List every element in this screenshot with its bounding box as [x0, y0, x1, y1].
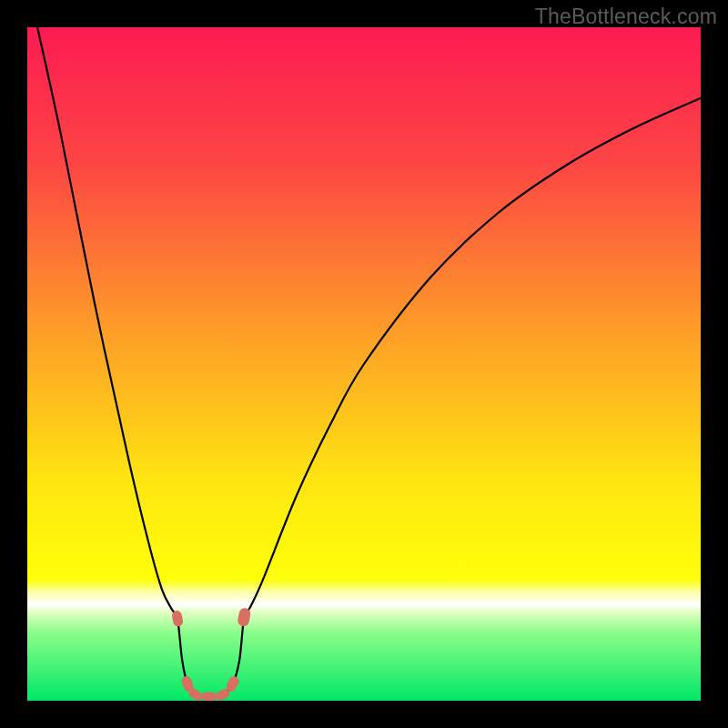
chart-frame: TheBottleneck.com	[0, 0, 728, 728]
curve-marker	[187, 681, 188, 686]
curve-marker	[177, 615, 177, 621]
plot-area	[27, 27, 701, 701]
curve-marker	[244, 613, 245, 621]
bottleneck-curve	[27, 27, 701, 701]
curve-path	[37, 27, 701, 697]
curve-markers	[177, 613, 245, 696]
watermark-text: TheBottleneck.com	[535, 5, 717, 29]
curve-marker	[220, 693, 225, 696]
curve-marker	[193, 693, 197, 696]
curve-marker	[231, 682, 234, 687]
